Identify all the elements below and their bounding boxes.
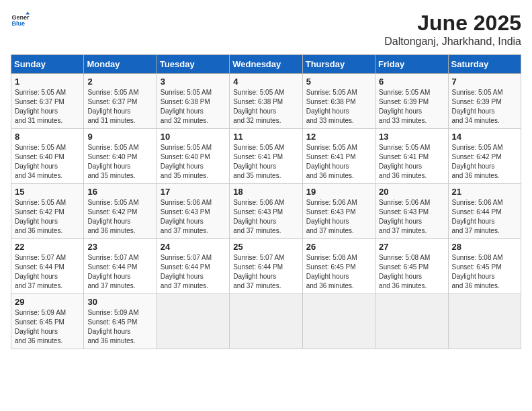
- day-info: Sunrise: 5:06 AMSunset: 6:43 PMDaylight …: [161, 199, 212, 234]
- day-number: 20: [379, 187, 444, 197]
- day-number: 8: [15, 132, 80, 142]
- calendar-week-row: 1 Sunrise: 5:05 AMSunset: 6:37 PMDayligh…: [11, 74, 521, 129]
- table-row: 24 Sunrise: 5:07 AMSunset: 6:44 PMDaylig…: [157, 239, 229, 294]
- table-row: 4 Sunrise: 5:05 AMSunset: 6:38 PMDayligh…: [230, 74, 302, 129]
- day-info: Sunrise: 5:09 AMSunset: 6:45 PMDaylight …: [87, 309, 138, 345]
- day-number: 27: [379, 242, 444, 252]
- day-info: Sunrise: 5:05 AMSunset: 6:41 PMDaylight …: [233, 144, 284, 179]
- table-row: 11 Sunrise: 5:05 AMSunset: 6:41 PMDaylig…: [230, 129, 302, 184]
- day-number: 24: [161, 242, 226, 252]
- col-thursday: Thursday: [302, 55, 375, 74]
- day-info: Sunrise: 5:05 AMSunset: 6:40 PMDaylight …: [87, 144, 138, 179]
- logo-icon: General Blue: [11, 11, 30, 30]
- day-number: 12: [306, 132, 371, 142]
- header: General Blue June 2025 Daltonganj, Jhark…: [11, 11, 521, 48]
- day-info: Sunrise: 5:06 AMSunset: 6:44 PMDaylight …: [452, 199, 503, 234]
- table-row: 17 Sunrise: 5:06 AMSunset: 6:43 PMDaylig…: [157, 184, 229, 239]
- day-number: 16: [87, 187, 152, 197]
- day-info: Sunrise: 5:05 AMSunset: 6:42 PMDaylight …: [87, 199, 138, 234]
- day-number: 23: [87, 242, 152, 252]
- title-area: June 2025 Daltonganj, Jharkhand, India: [384, 11, 521, 48]
- col-tuesday: Tuesday: [157, 55, 229, 74]
- table-row: [230, 294, 302, 349]
- table-row: 28 Sunrise: 5:08 AMSunset: 6:45 PMDaylig…: [448, 239, 521, 294]
- day-info: Sunrise: 5:07 AMSunset: 6:44 PMDaylight …: [161, 254, 212, 289]
- table-row: [375, 294, 448, 349]
- day-info: Sunrise: 5:05 AMSunset: 6:37 PMDaylight …: [87, 89, 138, 124]
- day-number: 29: [15, 297, 80, 307]
- day-info: Sunrise: 5:05 AMSunset: 6:38 PMDaylight …: [233, 89, 284, 124]
- day-number: 2: [87, 77, 152, 87]
- day-number: 13: [379, 132, 444, 142]
- col-sunday: Sunday: [11, 55, 84, 74]
- day-info: Sunrise: 5:06 AMSunset: 6:43 PMDaylight …: [233, 199, 284, 234]
- day-number: 9: [87, 132, 152, 142]
- day-number: 19: [306, 187, 371, 197]
- table-row: 8 Sunrise: 5:05 AMSunset: 6:40 PMDayligh…: [11, 129, 84, 184]
- day-number: 15: [15, 187, 80, 197]
- table-row: 19 Sunrise: 5:06 AMSunset: 6:43 PMDaylig…: [302, 184, 375, 239]
- calendar-week-row: 8 Sunrise: 5:05 AMSunset: 6:40 PMDayligh…: [11, 129, 521, 184]
- day-info: Sunrise: 5:05 AMSunset: 6:40 PMDaylight …: [15, 144, 66, 179]
- table-row: 27 Sunrise: 5:08 AMSunset: 6:45 PMDaylig…: [375, 239, 448, 294]
- table-row: 30 Sunrise: 5:09 AMSunset: 6:45 PMDaylig…: [84, 294, 157, 349]
- day-number: 28: [452, 242, 517, 252]
- day-number: 6: [379, 77, 444, 87]
- day-number: 7: [452, 77, 517, 87]
- day-info: Sunrise: 5:08 AMSunset: 6:45 PMDaylight …: [379, 254, 430, 289]
- day-info: Sunrise: 5:05 AMSunset: 6:42 PMDaylight …: [452, 144, 503, 179]
- calendar-week-row: 22 Sunrise: 5:07 AMSunset: 6:44 PMDaylig…: [11, 239, 521, 294]
- table-row: 26 Sunrise: 5:08 AMSunset: 6:45 PMDaylig…: [302, 239, 375, 294]
- table-row: [448, 294, 521, 349]
- day-number: 4: [233, 77, 298, 87]
- day-info: Sunrise: 5:07 AMSunset: 6:44 PMDaylight …: [87, 254, 138, 289]
- calendar-header-row: Sunday Monday Tuesday Wednesday Thursday…: [11, 55, 521, 74]
- day-info: Sunrise: 5:08 AMSunset: 6:45 PMDaylight …: [306, 254, 357, 289]
- table-row: 29 Sunrise: 5:09 AMSunset: 6:45 PMDaylig…: [11, 294, 84, 349]
- day-info: Sunrise: 5:05 AMSunset: 6:40 PMDaylight …: [161, 144, 212, 179]
- table-row: 7 Sunrise: 5:05 AMSunset: 6:39 PMDayligh…: [448, 74, 521, 129]
- table-row: 6 Sunrise: 5:05 AMSunset: 6:39 PMDayligh…: [375, 74, 448, 129]
- day-number: 11: [233, 132, 298, 142]
- day-number: 1: [15, 77, 80, 87]
- svg-text:Blue: Blue: [11, 20, 25, 27]
- day-number: 22: [15, 242, 80, 252]
- col-friday: Friday: [375, 55, 448, 74]
- table-row: [157, 294, 229, 349]
- table-row: 23 Sunrise: 5:07 AMSunset: 6:44 PMDaylig…: [84, 239, 157, 294]
- day-number: 17: [161, 187, 226, 197]
- table-row: 21 Sunrise: 5:06 AMSunset: 6:44 PMDaylig…: [448, 184, 521, 239]
- day-info: Sunrise: 5:07 AMSunset: 6:44 PMDaylight …: [15, 254, 66, 289]
- month-title: June 2025: [384, 11, 521, 36]
- day-info: Sunrise: 5:05 AMSunset: 6:37 PMDaylight …: [15, 89, 66, 124]
- day-info: Sunrise: 5:07 AMSunset: 6:44 PMDaylight …: [233, 254, 284, 289]
- day-number: 25: [233, 242, 298, 252]
- day-number: 10: [161, 132, 226, 142]
- day-number: 3: [161, 77, 226, 87]
- table-row: 20 Sunrise: 5:06 AMSunset: 6:43 PMDaylig…: [375, 184, 448, 239]
- table-row: 25 Sunrise: 5:07 AMSunset: 6:44 PMDaylig…: [230, 239, 302, 294]
- table-row: 18 Sunrise: 5:06 AMSunset: 6:43 PMDaylig…: [230, 184, 302, 239]
- table-row: 5 Sunrise: 5:05 AMSunset: 6:38 PMDayligh…: [302, 74, 375, 129]
- day-number: 30: [87, 297, 152, 307]
- table-row: 1 Sunrise: 5:05 AMSunset: 6:37 PMDayligh…: [11, 74, 84, 129]
- day-info: Sunrise: 5:05 AMSunset: 6:38 PMDaylight …: [306, 89, 357, 124]
- svg-text:General: General: [11, 14, 30, 21]
- day-info: Sunrise: 5:09 AMSunset: 6:45 PMDaylight …: [15, 309, 66, 345]
- table-row: 12 Sunrise: 5:05 AMSunset: 6:41 PMDaylig…: [302, 129, 375, 184]
- col-wednesday: Wednesday: [230, 55, 302, 74]
- location-title: Daltonganj, Jharkhand, India: [384, 36, 521, 48]
- table-row: 10 Sunrise: 5:05 AMSunset: 6:40 PMDaylig…: [157, 129, 229, 184]
- table-row: [302, 294, 375, 349]
- day-info: Sunrise: 5:08 AMSunset: 6:45 PMDaylight …: [452, 254, 503, 289]
- svg-marker-2: [26, 11, 30, 14]
- day-info: Sunrise: 5:05 AMSunset: 6:42 PMDaylight …: [15, 199, 66, 234]
- day-info: Sunrise: 5:05 AMSunset: 6:41 PMDaylight …: [379, 144, 430, 179]
- logo: General Blue: [11, 11, 30, 30]
- col-monday: Monday: [84, 55, 157, 74]
- table-row: 9 Sunrise: 5:05 AMSunset: 6:40 PMDayligh…: [84, 129, 157, 184]
- day-info: Sunrise: 5:06 AMSunset: 6:43 PMDaylight …: [379, 199, 430, 234]
- day-number: 21: [452, 187, 517, 197]
- table-row: 16 Sunrise: 5:05 AMSunset: 6:42 PMDaylig…: [84, 184, 157, 239]
- day-info: Sunrise: 5:05 AMSunset: 6:39 PMDaylight …: [452, 89, 503, 124]
